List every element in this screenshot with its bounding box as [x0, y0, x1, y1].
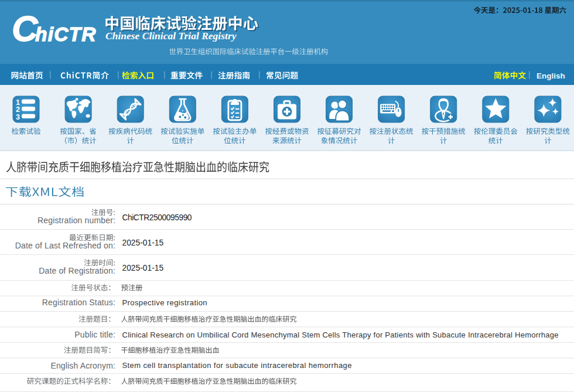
svg-text:Public title:: Public title:: [74, 330, 115, 339]
svg-text:Date of Registration:: Date of Registration:: [39, 266, 115, 275]
svg-text:Date of Last Refreshed on:: Date of Last Refreshed on:: [15, 241, 115, 250]
svg-text:English Acronym:: English Acronym:: [50, 361, 115, 370]
svg-text:Prospective registration: Prospective registration: [122, 298, 207, 307]
svg-text:Clinical Research on Umbilical: Clinical Research on Umbilical Cord Mese…: [122, 330, 559, 339]
svg-text:2025-01-15: 2025-01-15: [122, 264, 164, 272]
svg-text:3: 3: [16, 113, 20, 121]
svg-text:Registration Status:: Registration Status:: [42, 298, 115, 307]
svg-text:Stem cell transplantation for: Stem cell transplantation for subacute i…: [122, 361, 352, 370]
svg-text:Chinese Clinical Trial Registr: Chinese Clinical Trial Registry: [105, 30, 237, 42]
svg-text:2025-01-15: 2025-01-15: [122, 238, 164, 247]
svg-text:English: English: [537, 71, 565, 80]
svg-text:hiCTR: hiCTR: [35, 23, 97, 45]
svg-text:ChiCTR2500095990: ChiCTR2500095990: [122, 213, 192, 222]
svg-text:Registration number:: Registration number:: [37, 216, 115, 225]
